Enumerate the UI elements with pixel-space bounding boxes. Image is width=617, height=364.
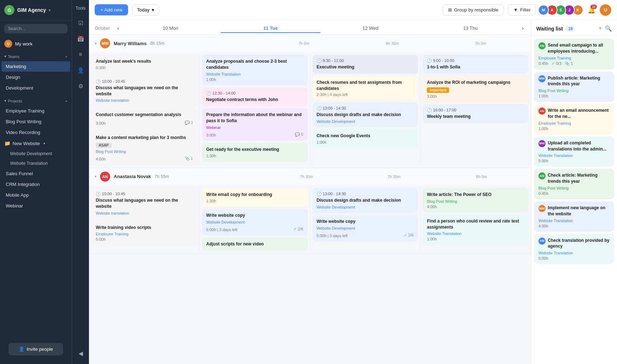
task-check: ✓ 2/6 [293,227,303,231]
teams-header[interactable]: ▾ Teams [0,52,72,61]
task-time: 🕐 9:00 - 10:00 [427,58,524,63]
today-button[interactable]: Today ▾ [132,4,159,15]
sidebar-item-crm-integration[interactable]: CRM Integration [1,179,70,190]
waiting-item[interactable]: AN Check article: Marketing trends this … [534,169,614,199]
collapse-sidebar-icon[interactable]: ◀ [76,348,86,358]
my-work-label: My work [15,41,32,47]
task-card[interactable]: Make a content marketing plan for 3 mont… [91,131,197,165]
user-tool-icon[interactable]: 👤 [76,65,86,75]
waiting-item[interactable]: AN Send email campaign to all employees … [534,39,614,70]
projects-header[interactable]: ▾ Projects [0,96,72,105]
task-card[interactable]: 🕐 13:00 - 14:30 Discuss design drafts an… [312,102,418,127]
task-card[interactable]: Write article: The Power of SEO Blog Pos… [423,188,528,212]
waiting-item[interactable]: MW Upload all completed translations int… [534,136,614,167]
check-tool-icon[interactable]: ☑ [76,18,86,28]
task-card[interactable]: 🕐 12:30 - 14:00 Negotiate contract terms… [202,87,308,106]
waiting-item[interactable]: MW Implement new language on the website… [534,201,614,232]
group-by-button[interactable]: ⊞ Group by responsible [443,4,504,15]
add-team-icon[interactable] [65,54,67,59]
task-comment: 💬 3 [185,120,193,125]
task-card[interactable]: Adjust scripts for new video [202,238,308,251]
day-wed[interactable]: 12 Wed [320,24,420,33]
sidebar-item-website-development[interactable]: Website Development [1,149,70,158]
task-title: Discuss design drafts and make decision [317,112,414,118]
sidebar-item-mobile-app[interactable]: Mobile App [1,190,70,200]
task-card[interactable]: Write email copy for onboarding 1:30h [202,188,308,207]
task-time: 🕐 12:30 - 14:00 [206,91,303,96]
task-card[interactable]: 🕐 10:00 - 10:45 Discuss what languages w… [91,188,197,219]
task-card[interactable]: 🕐 16:00 - 17:00 Weekly team meeting [423,104,528,123]
waiting-item[interactable]: AN Check translation provided by agency … [534,234,614,264]
notifications-button[interactable]: 🔔 12 [588,6,595,14]
settings-tool-icon[interactable]: ⚙ [76,81,86,91]
waiting-list-title: Waiting list [536,26,563,32]
add-new-button[interactable]: + Add new [95,4,128,15]
task-card[interactable]: Write website copy Website Development 5… [202,209,308,235]
search-waiting-icon[interactable]: 🔍 [605,25,612,32]
waiting-item-avatar: MW [538,140,546,147]
sidebar-item-video-recording[interactable]: Video Recording [1,127,70,138]
sidebar-item-marketing[interactable]: Marketing [1,61,70,72]
task-card[interactable]: 🕐 9:00 - 10:00 1-to-1 with Sofia [423,55,528,74]
filter-icon: ▼ [513,7,518,13]
avatar-1[interactable]: M [538,5,549,15]
waiting-item-project: Website Translation [538,153,610,158]
task-card[interactable]: Write website copy Website Development 5… [312,215,418,241]
task-title: Get ready for the executive meeting [206,147,303,153]
sidebar-item-webinar[interactable]: Webinar [1,201,70,211]
list-tool-icon[interactable]: ≡ [76,49,86,59]
prev-week-button[interactable]: ‹ [116,24,121,33]
task-card[interactable]: Conduct customer segmentation analysis 3… [91,108,197,129]
task-card[interactable]: 🕐 9:30 - 11:00 Executive meeting [312,55,418,74]
task-title: Write article: The Power of SEO [427,192,524,198]
task-card[interactable]: 🕐 10:00 - 10:45 Discuss what languages w… [91,76,197,106]
search-input[interactable] [4,24,67,33]
sidebar-folder-new-website[interactable]: 📁 New Website ▾ [0,138,72,149]
waiting-item-title: AN Check article: Marketing trends this … [538,172,610,185]
waiting-item[interactable]: AN Write an email announcement for the n… [534,104,614,134]
waiting-item[interactable]: MW Publish article: Marketing trends thi… [534,72,614,102]
add-project-icon[interactable] [65,99,67,103]
task-card[interactable]: Analyze the ROI of marketing campaigns I… [423,76,528,102]
day-tue[interactable]: 11 Tue [221,24,321,33]
sidebar-header[interactable]: G GIM Agency [0,0,72,20]
day-thu[interactable]: 13 Thu [420,24,521,33]
calendar-main: October ‹ 10 Mon 11 Tue 12 Wed 13 Thu › … [89,20,531,364]
sidebar-item-design[interactable]: Design [1,72,70,82]
task-meta: 4:00h 📎 1 [96,156,193,161]
task-card[interactable]: Check new Google Events 1:00h [312,129,418,148]
task-card[interactable]: Get ready for the executive meeting 1:30… [202,143,308,162]
my-work-item[interactable]: U My work [0,37,72,51]
next-week-button[interactable]: › [521,24,525,33]
folder-label: New Website [13,141,40,146]
task-card[interactable]: Find a person who could review and rate … [423,215,528,245]
day-hours-1: 7h 30m [263,174,350,179]
calendar-tool-icon[interactable]: 📅 [76,34,86,44]
waiting-item-project: Blog Post Writing [538,88,610,93]
task-card[interactable]: Write training video scripts Employee Tr… [91,221,197,245]
calendar-container: October ‹ 10 Mon 11 Tue 12 Wed 13 Thu › … [89,20,617,364]
company-name: GIM Agency [17,7,46,13]
task-card[interactable]: Check resumes and test assigments from c… [312,76,418,101]
sidebar-item-employee-training[interactable]: Employee Training [1,106,70,116]
waiting-item-project: Blog Post Writing [538,186,610,190]
task-duration: 1:00h [206,77,303,82]
filter-button[interactable]: ▼ Filter [508,4,536,15]
sidebar-item-website-translation[interactable]: Website Translation [1,159,70,168]
task-title: Analyze proposals and choose 2-3 best ca… [206,58,303,71]
sidebar-item-blog-post-writing[interactable]: Blog Post Writing [1,116,70,127]
invite-people-button[interactable]: 👤 Invite people [9,343,63,355]
day-hours-0 [171,41,260,46]
person-header-anastasia[interactable]: ▾ AN Anastasia Novak 7h 55m 7h 30m 7h 30… [89,168,531,185]
sidebar-item-sales-funnel[interactable]: Sales Funnel [1,168,70,179]
add-waiting-icon[interactable]: + [599,25,602,32]
task-card[interactable]: 🕐 13:00 - 14:30 Discuss design drafts an… [312,188,418,213]
task-card[interactable]: Analyze proposals and choose 2-3 best ca… [202,55,308,85]
day-mon[interactable]: 10 Mon [121,24,221,33]
waiting-list-header: Waiting list 19 + 🔍 [531,20,617,36]
task-card[interactable]: Prepare the information about the webina… [202,108,308,141]
task-card[interactable]: Analyze last week's results 0:30h [91,55,197,73]
person-header-marry[interactable]: ▾ MW Marry Williams 8h 15m 7h 0m 6h 30m … [89,35,531,52]
sidebar-item-development[interactable]: Development [1,83,70,93]
user-avatar[interactable]: U [600,4,611,16]
